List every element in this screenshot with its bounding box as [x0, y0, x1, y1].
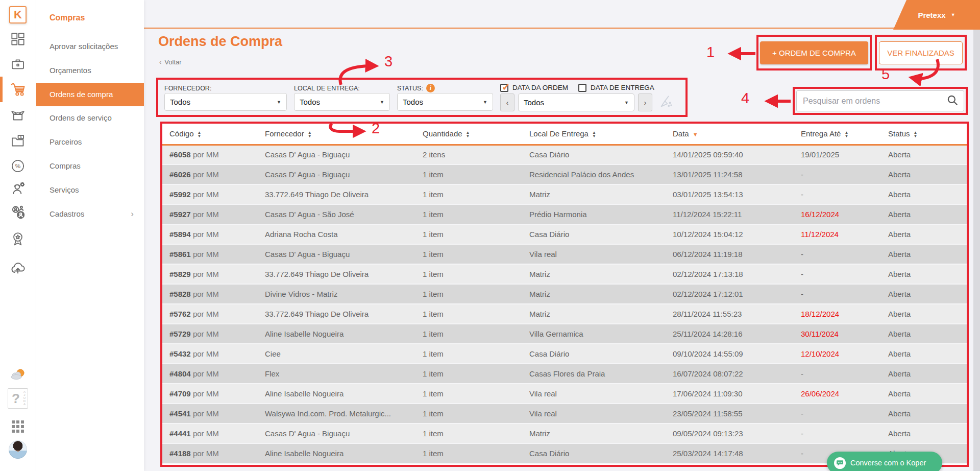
cell-codigo: #4188 por MM — [162, 443, 258, 463]
cell-status: Aberta — [881, 364, 967, 384]
table-row[interactable]: #6058 por MM Casas D' Agua - Biguaçu 2 i… — [162, 145, 967, 164]
sidebar-item[interactable]: Ordens de serviço › — [36, 106, 144, 130]
chat-bubble-icon — [834, 457, 846, 469]
inventory-box-icon[interactable] — [9, 106, 27, 123]
org-switcher[interactable]: Pretexx ▼ — [893, 0, 980, 30]
chat-button[interactable]: Converse com o Koper — [827, 452, 942, 471]
back-link[interactable]: ‹Voltar — [159, 58, 182, 66]
local-entrega-select[interactable]: Todos▼ — [294, 93, 390, 111]
discount-percent-icon[interactable]: % — [9, 157, 27, 175]
column-header[interactable]: Entrega Até▲▼▼ — [794, 124, 881, 145]
finance-folder-icon[interactable]: $ — [9, 132, 27, 149]
cell-quantidade: 1 item — [415, 284, 522, 304]
search-icon[interactable] — [946, 93, 959, 109]
award-icon[interactable] — [9, 230, 27, 247]
column-header[interactable]: Status▲▼▼ — [881, 124, 967, 145]
dashboard-icon[interactable] — [9, 31, 27, 48]
cell-local: Villa Gernamica — [522, 324, 666, 344]
cloud-upload-icon[interactable] — [9, 260, 27, 277]
cell-fornecedor: Aline Isabelle Nogueira — [258, 384, 415, 404]
table-row[interactable]: #4709 por MM Aline Isabelle Nogueira 1 i… — [162, 384, 967, 404]
sidebar-item[interactable]: Parceiros › — [36, 130, 144, 154]
cell-local: Casa Diário — [522, 344, 666, 364]
table-row[interactable]: #5762 por MM 33.772.649 Thiago De Olivei… — [162, 304, 967, 324]
sidebar-menu: Compras Aprovar solicitações › Orçamento… — [36, 0, 144, 471]
period-next-button[interactable]: › — [638, 93, 652, 111]
sidebar-item-label: Orçamentos — [50, 66, 91, 76]
cell-local: Vila real — [522, 244, 666, 264]
orders-table: Código▲▼▼ Fornecedor▲▼▼ Quantidade▲▼▼ Lo… — [160, 122, 969, 467]
sidebar-item[interactable]: Aprovar solicitações › — [36, 35, 144, 59]
info-icon[interactable]: i — [426, 84, 435, 92]
chat-label: Converse com o Koper — [850, 459, 926, 467]
cell-fornecedor: Casas D' Agua - São José — [258, 204, 415, 224]
status-select[interactable]: Todos▼ — [397, 93, 493, 111]
koper-logo[interactable]: K — [9, 6, 27, 23]
cell-fornecedor: Aline Isabelle Nogueira — [258, 443, 415, 463]
sidebar-item[interactable]: Compras › — [36, 154, 144, 178]
vertical-scrollbar[interactable] — [973, 30, 980, 471]
table-row[interactable]: #4441 por MM Casas D' Agua - Biguaçu 1 i… — [162, 423, 967, 443]
sort-both-icon: ▲▼ — [198, 131, 202, 138]
cell-status: Aberta — [881, 384, 967, 404]
cell-entrega: - — [794, 284, 881, 304]
sidebar-item[interactable]: Serviços › — [36, 178, 144, 202]
column-header[interactable]: Quantidade▲▼▼ — [415, 124, 522, 145]
table-row[interactable]: #6026 por MM Casas D' Agua - Biguaçu 1 i… — [162, 164, 967, 184]
cell-entrega: - — [794, 264, 881, 284]
column-header[interactable]: Fornecedor▲▼▼ — [258, 124, 415, 145]
sort-both-icon: ▲▼ — [592, 131, 596, 138]
sidebar-item[interactable]: Cadastros › — [36, 202, 144, 226]
worker-services-icon[interactable] — [9, 180, 27, 197]
cell-entrega: - — [794, 423, 881, 443]
sort-both-icon: ▲▼ — [308, 131, 312, 138]
table-row[interactable]: #5829 por MM 33.772.649 Thiago De Olivei… — [162, 264, 967, 284]
column-header[interactable]: Código▲▼▼ — [162, 124, 258, 145]
period-select[interactable]: Todos▼ — [518, 93, 634, 111]
column-header[interactable]: Local De Entrega▲▼▼ — [522, 124, 666, 145]
data-da-ordem-checkbox[interactable]: DATA DA ORDEM — [500, 84, 568, 92]
user-avatar[interactable] — [9, 440, 27, 459]
fornecedor-select[interactable]: Todos▼ — [164, 93, 287, 111]
org-name: Pretexx — [918, 11, 945, 19]
table-row[interactable]: #4804 por MM Flex 1 item Casas Flores da… — [162, 364, 967, 384]
table-row[interactable]: #5729 por MM Aline Isabelle Nogueira 1 i… — [162, 324, 967, 344]
sidebar-item[interactable]: Ordens de compra › — [36, 83, 144, 107]
table-row[interactable]: #5861 por MM Casas D' Agua - Biguaçu 1 i… — [162, 244, 967, 264]
filter-status: STATUS: i Todos▼ — [397, 83, 493, 111]
purchases-cart-icon[interactable] — [9, 80, 27, 98]
column-header[interactable]: Data▲▼▼ — [666, 124, 794, 145]
help-icon[interactable]: ? AJUDA — [8, 388, 28, 409]
table-row[interactable]: #5432 por MM Ciee 1 item Casa Diário 09/… — [162, 344, 967, 364]
cell-fornecedor: 33.772.649 Thiago De Oliveira — [258, 264, 415, 284]
svg-text:$: $ — [20, 135, 22, 138]
table-row[interactable]: #5992 por MM 33.772.649 Thiago De Olivei… — [162, 184, 967, 204]
view-finished-button[interactable]: VER FINALIZADAS — [879, 41, 963, 64]
sidebar-heading: Compras — [36, 13, 144, 22]
table-row[interactable]: #5828 por MM Divine Vidros - Matriz 1 it… — [162, 284, 967, 304]
table-row[interactable]: #5894 por MM Adriana Rocha Costa 1 item … — [162, 224, 967, 244]
cell-codigo: #6026 por MM — [162, 164, 258, 184]
data-de-entrega-checkbox[interactable]: DATA DE ENTREGA — [578, 84, 654, 92]
cell-status: Aberta — [881, 204, 967, 224]
table-row[interactable]: #5927 por MM Casas D' Agua - São José 1 … — [162, 204, 967, 224]
status-label: STATUS: i — [397, 83, 493, 93]
cell-entrega: 11/12/2024 — [794, 224, 881, 244]
table-row[interactable]: #4541 por MM Walsywa Ind.com. Prod. Meta… — [162, 404, 967, 423]
partners-people-icon[interactable] — [9, 203, 27, 221]
cell-quantidade: 1 item — [415, 304, 522, 324]
clear-filters-broom-icon[interactable] — [659, 95, 673, 111]
briefcase-icon[interactable] — [9, 55, 27, 73]
cell-status: Aberta — [881, 244, 967, 264]
new-purchase-order-button[interactable]: + ORDEM DE COMPRA — [760, 41, 868, 64]
cell-data: 03/01/2025 13:54:13 — [666, 184, 794, 204]
cell-local: Matriz — [522, 284, 666, 304]
apps-grid-icon[interactable] — [9, 418, 27, 435]
cell-status: Aberta — [881, 404, 967, 423]
period-prev-button[interactable]: ‹ — [500, 93, 514, 111]
cell-data: 11/12/2024 15:22:11 — [666, 204, 794, 224]
sidebar-item[interactable]: Orçamentos › — [36, 59, 144, 83]
search-input[interactable] — [796, 90, 964, 111]
sort-desc-icon: ▼ — [693, 131, 698, 137]
cell-codigo: #6058 por MM — [162, 145, 258, 164]
